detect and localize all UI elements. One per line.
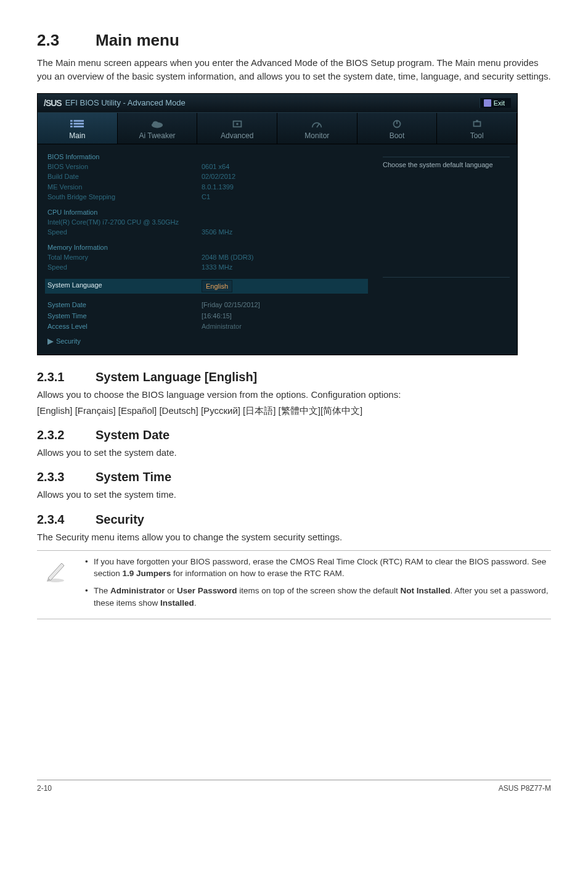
exit-button[interactable]: Exit bbox=[480, 98, 511, 108]
mem-info-heading: Memory Information bbox=[47, 244, 365, 251]
build-date-label: Build Date bbox=[47, 171, 202, 182]
help-text: Choose the system default language bbox=[383, 161, 510, 168]
subsection-231-title: System Language [English] bbox=[96, 370, 257, 384]
subsection-233-body: Allows you to set the system time. bbox=[37, 488, 551, 501]
sb-stepping-label: South Bridge Stepping bbox=[47, 192, 202, 202]
page-footer: 2-10 ASUS P8Z77-M bbox=[37, 780, 551, 793]
tab-main[interactable]: Main bbox=[38, 113, 118, 144]
system-time-value: [16:46:15] bbox=[202, 311, 232, 322]
tab-main-label: Main bbox=[69, 131, 85, 140]
svg-rect-2 bbox=[70, 123, 73, 125]
note2-d: User Password bbox=[177, 586, 237, 595]
note2-e: items on top of the screen show the defa… bbox=[237, 586, 401, 595]
system-date-label: System Date bbox=[47, 300, 202, 311]
section-number: 2.3 bbox=[37, 31, 96, 50]
svg-rect-1 bbox=[74, 120, 84, 122]
total-mem-label: Total Memory bbox=[47, 252, 202, 263]
subsection-234-num: 2.3.4 bbox=[37, 513, 96, 527]
product-name: ASUS P8Z77-M bbox=[499, 784, 551, 793]
note2-b: Administrator bbox=[110, 586, 165, 595]
bios-version-label: BIOS Version bbox=[47, 162, 202, 172]
tab-monitor[interactable]: Monitor bbox=[277, 113, 357, 144]
svg-rect-13 bbox=[473, 122, 480, 126]
bios-subtitle: EFI BIOS Utility - Advanced Mode bbox=[65, 98, 186, 107]
security-label: Security bbox=[56, 337, 81, 345]
note2-i: . bbox=[194, 598, 197, 608]
asus-logo: /SUS bbox=[44, 98, 62, 108]
access-level-row: Access LevelAdministrator bbox=[47, 321, 365, 332]
tab-tool[interactable]: Tool bbox=[437, 113, 517, 144]
me-version-label: ME Version bbox=[47, 182, 202, 192]
chevron-right-icon bbox=[47, 339, 54, 345]
note2-c: or bbox=[165, 586, 178, 595]
tab-monitor-label: Monitor bbox=[304, 131, 329, 140]
tab-advanced[interactable]: Advanced bbox=[197, 113, 277, 144]
mem-speed-label: Speed bbox=[47, 262, 202, 273]
bios-tabs: Main Ai Tweaker Advanced Monitor Boot To… bbox=[38, 112, 517, 144]
system-date-value: [Friday 02/15/2012] bbox=[202, 300, 260, 311]
sb-stepping-value: C1 bbox=[202, 192, 210, 202]
subsection-232-body: Allows you to set the system date. bbox=[37, 446, 551, 460]
tab-boot-label: Boot bbox=[390, 131, 405, 140]
subsection-231-options: [English] [Français] [Español] [Deutsch]… bbox=[37, 405, 551, 417]
note1-bold: 1.9 Jumpers bbox=[123, 569, 171, 578]
subsection-234-heading: 2.3.4Security bbox=[37, 513, 551, 527]
bios-titlebar: /SUS EFI BIOS Utility - Advanced Mode Ex… bbox=[38, 94, 517, 112]
svg-rect-14 bbox=[476, 120, 478, 122]
access-level-value: Administrator bbox=[202, 321, 242, 332]
tab-ai-tweaker[interactable]: Ai Tweaker bbox=[118, 113, 198, 144]
cpu-name: Intel(R) Core(TM) i7-2700 CPU @ 3.50GHz bbox=[47, 217, 365, 228]
cpu-speed-value: 3506 MHz bbox=[202, 227, 232, 237]
access-level-label: Access Level bbox=[47, 321, 202, 332]
build-date-value: 02/02/2012 bbox=[202, 171, 235, 182]
subsection-231-body: Allows you to choose the BIOS language v… bbox=[37, 388, 551, 402]
system-language-label: System Language bbox=[47, 280, 202, 293]
subsection-231-heading: 2.3.1System Language [English] bbox=[37, 370, 551, 384]
chip-icon bbox=[231, 119, 244, 129]
section-heading: 2.3Main menu bbox=[37, 31, 551, 50]
note-bullet-1: If you have forgotten your BIOS password… bbox=[85, 556, 551, 580]
system-time-label: System Time bbox=[47, 311, 202, 322]
svg-line-10 bbox=[317, 124, 319, 128]
subsection-232-title: System Date bbox=[96, 428, 169, 442]
security-row[interactable]: Security bbox=[47, 337, 365, 345]
tab-ai-tweaker-label: Ai Tweaker bbox=[139, 131, 175, 140]
svg-rect-3 bbox=[74, 123, 84, 125]
note-bullet-2: The Administrator or User Password items… bbox=[85, 585, 551, 609]
subsection-233-title: System Time bbox=[96, 470, 171, 484]
mem-speed-value: 1333 MHz bbox=[202, 262, 232, 273]
note2-h: Installed bbox=[160, 598, 194, 608]
system-language-value[interactable]: English bbox=[202, 280, 232, 293]
svg-point-9 bbox=[236, 123, 239, 125]
bios-info-heading: BIOS Information bbox=[47, 153, 365, 160]
svg-rect-4 bbox=[70, 125, 73, 127]
tool-icon bbox=[470, 119, 484, 129]
exit-label: Exit bbox=[494, 99, 505, 107]
bios-screenshot: /SUS EFI BIOS Utility - Advanced Mode Ex… bbox=[37, 93, 518, 355]
note2-f: Not Installed bbox=[401, 586, 451, 595]
subsection-232-heading: 2.3.2System Date bbox=[37, 428, 551, 442]
bios-version-value: 0601 x64 bbox=[202, 162, 229, 172]
subsection-233-num: 2.3.3 bbox=[37, 470, 96, 484]
power-icon bbox=[390, 119, 404, 129]
subsection-233-heading: 2.3.3System Time bbox=[37, 470, 551, 484]
me-version-value: 8.0.1.1399 bbox=[202, 182, 234, 192]
bios-help-pane: Choose the system default language bbox=[375, 144, 517, 355]
system-time-row[interactable]: System Time[16:46:15] bbox=[47, 311, 365, 322]
exit-icon bbox=[484, 99, 491, 107]
system-date-row[interactable]: System Date[Friday 02/15/2012] bbox=[47, 300, 365, 311]
svg-rect-5 bbox=[74, 125, 84, 127]
subsection-232-num: 2.3.2 bbox=[37, 428, 96, 442]
subsection-231-num: 2.3.1 bbox=[37, 370, 96, 384]
svg-rect-0 bbox=[70, 120, 73, 122]
subsection-234-title: Security bbox=[96, 513, 144, 526]
system-language-row[interactable]: System Language English bbox=[45, 279, 368, 294]
section-intro: The Main menu screen appears when you en… bbox=[37, 56, 551, 83]
tab-boot[interactable]: Boot bbox=[357, 113, 438, 144]
subsection-234-body: The Security menu items allow you to cha… bbox=[37, 530, 551, 544]
note-body: If you have forgotten your BIOS password… bbox=[85, 556, 551, 614]
list-icon bbox=[70, 119, 84, 129]
cpu-info-heading: CPU Information bbox=[47, 208, 365, 216]
total-mem-value: 2048 MB (DDR3) bbox=[202, 252, 253, 263]
cpu-speed-label: Speed bbox=[47, 227, 202, 237]
